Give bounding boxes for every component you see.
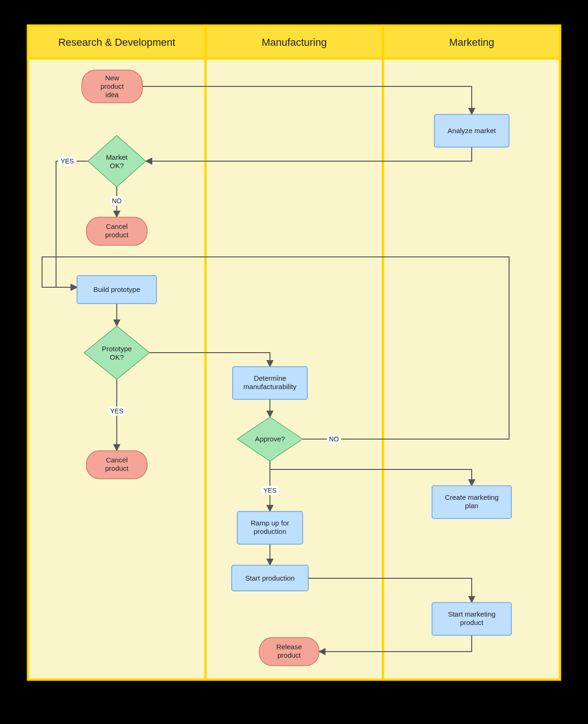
svg-text:Market: Market [106,153,128,161]
label-market-no: NO [112,197,122,205]
svg-text:product: product [105,464,129,472]
svg-text:Release: Release [276,643,302,651]
svg-text:Cancel: Cancel [106,222,128,230]
svg-text:Prototype: Prototype [102,345,132,353]
node-create-marketing-plan: Create marketing plan [432,486,511,518]
diagram-frame: Research & Development Manufacturing Mar… [0,0,588,724]
svg-text:Ramp up for: Ramp up for [251,519,290,527]
svg-text:idea: idea [106,91,119,99]
svg-text:Start production: Start production [245,574,295,582]
lane-title-mfg: Manufacturing [262,36,326,48]
label-approve-yes: YES [263,487,276,494]
node-release-product: Release product [259,638,319,666]
label-approve-no: NO [329,435,339,443]
node-start-marketing-product: Start marketing product [432,603,511,635]
svg-text:OK?: OK? [110,353,124,361]
node-start-production: Start production [232,565,308,591]
svg-text:manufacturability: manufacturability [243,383,297,390]
svg-text:Approve?: Approve? [255,435,285,443]
node-build-prototype: Build prototype [77,276,156,304]
node-cancel-product-1: Cancel product [86,217,147,245]
node-new-product-idea: New product idea [82,70,142,103]
label-market-yes: YES [61,157,74,165]
svg-text:product: product [100,82,124,90]
label-proto-yes: YES [110,407,123,415]
svg-text:product: product [277,651,301,659]
svg-text:Cancel: Cancel [106,456,128,464]
svg-text:Analyze market: Analyze market [447,127,496,135]
svg-text:Create marketing: Create marketing [445,493,498,501]
svg-text:OK?: OK? [110,162,124,170]
svg-text:Start marketing: Start marketing [448,610,496,618]
lane-title-rd: Research & Development [58,36,176,48]
svg-text:product: product [105,231,129,239]
swimlane-canvas: Research & Development Manufacturing Mar… [0,0,588,724]
lane-title-mkt: Marketing [449,36,495,48]
node-analyze-market: Analyze market [434,114,509,147]
node-ramp-up-production: Ramp up for production [237,511,303,544]
svg-text:plan: plan [465,502,478,510]
svg-text:product: product [460,618,484,626]
svg-text:Determine: Determine [254,374,286,382]
svg-text:production: production [254,527,286,535]
node-determine-manufacturability: Determine manufacturability [233,367,307,399]
node-cancel-product-2: Cancel product [86,451,147,479]
svg-text:New: New [105,74,119,82]
svg-text:Build prototype: Build prototype [93,285,140,293]
